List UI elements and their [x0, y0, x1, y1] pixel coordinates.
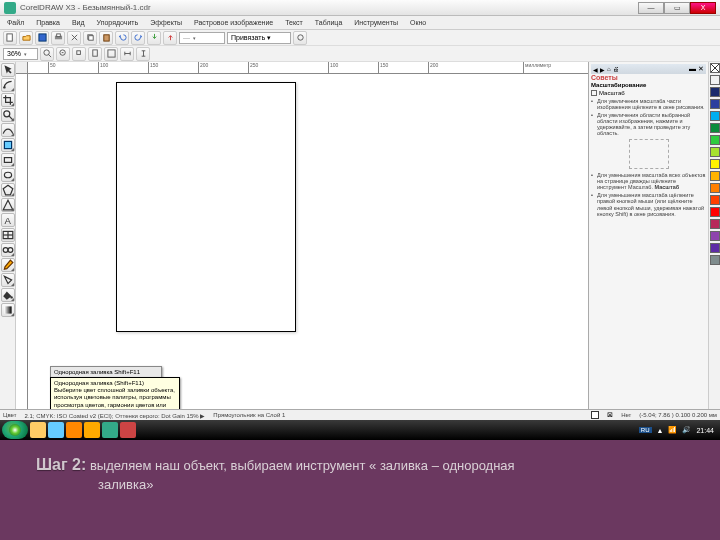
save-icon[interactable] — [35, 31, 49, 45]
checkbox-icon[interactable] — [591, 90, 597, 96]
color-swatch[interactable] — [710, 171, 720, 181]
paste-icon[interactable] — [99, 31, 113, 45]
menu-edit[interactable]: Правка — [31, 18, 65, 27]
color-swatch[interactable] — [710, 195, 720, 205]
zoom-selection-icon[interactable] — [72, 47, 86, 61]
task-app-icon[interactable] — [66, 422, 82, 438]
hints-close-icon[interactable]: ▬ ✕ — [689, 65, 704, 73]
zoom-combo[interactable]: —▾ — [179, 32, 225, 44]
print-icon[interactable] — [51, 31, 65, 45]
new-icon[interactable] — [3, 31, 17, 45]
ruler-tick: 50 — [48, 62, 56, 73]
options-icon[interactable] — [293, 31, 307, 45]
cut-icon[interactable] — [67, 31, 81, 45]
ruler-origin[interactable] — [16, 62, 28, 74]
minimize-button[interactable]: — — [638, 2, 664, 14]
pick-tool-icon[interactable] — [1, 63, 15, 77]
tray-clock[interactable]: 21:44 — [696, 427, 714, 434]
color-swatch[interactable] — [710, 87, 720, 97]
close-button[interactable]: X — [690, 2, 716, 14]
zoom-level-combo[interactable]: 36%▾ — [3, 48, 38, 60]
color-swatch[interactable] — [710, 231, 720, 241]
color-swatch[interactable] — [710, 207, 720, 217]
hints-checkbox-row[interactable]: Масштаб — [591, 89, 706, 97]
menu-table[interactable]: Таблица — [310, 18, 347, 27]
tray-sound-icon[interactable]: 🔊 — [682, 426, 691, 434]
start-button[interactable] — [2, 421, 28, 439]
menu-window[interactable]: Окно — [405, 18, 431, 27]
menu-tools[interactable]: Инструменты — [349, 18, 403, 27]
table-tool-icon[interactable] — [1, 228, 15, 242]
open-icon[interactable] — [19, 31, 33, 45]
color-swatch[interactable] — [710, 123, 720, 133]
basic-shapes-icon[interactable] — [1, 198, 15, 212]
smart-fill-icon[interactable] — [1, 138, 15, 152]
eyedropper-icon[interactable] — [1, 258, 15, 272]
vertical-ruler[interactable] — [16, 74, 28, 409]
zoom-tool-icon[interactable] — [1, 108, 15, 122]
menu-text[interactable]: Текст — [280, 18, 308, 27]
menu-view[interactable]: Вид — [67, 18, 90, 27]
print-hint-icon[interactable]: 🖨 — [613, 66, 619, 73]
zoom-all-icon[interactable] — [104, 47, 118, 61]
svg-rect-19 — [4, 158, 11, 163]
zoom-in-icon[interactable] — [40, 47, 54, 61]
svg-line-9 — [48, 54, 51, 57]
color-swatch[interactable] — [710, 255, 720, 265]
zoom-page-icon[interactable] — [88, 47, 102, 61]
redo-icon[interactable] — [131, 31, 145, 45]
text-tool-icon[interactable]: A — [1, 213, 15, 227]
freehand-tool-icon[interactable] — [1, 123, 15, 137]
task-corel-icon[interactable] — [102, 422, 118, 438]
hints-item: Для увеличения масштаба части изображени… — [591, 97, 706, 111]
task-app-icon[interactable] — [84, 422, 100, 438]
no-fill-icon: ⊠ — [607, 411, 613, 419]
menu-effects[interactable]: Эффекты — [145, 18, 187, 27]
snap-combo[interactable]: Привязать ▾ — [227, 32, 291, 44]
menu-arrange[interactable]: Упорядочить — [92, 18, 144, 27]
task-explorer-icon[interactable] — [30, 422, 46, 438]
color-swatch[interactable] — [710, 219, 720, 229]
shape-tool-icon[interactable] — [1, 78, 15, 92]
color-swatch[interactable] — [710, 243, 720, 253]
maximize-button[interactable]: ▭ — [664, 2, 690, 14]
fill-tool-icon[interactable] — [1, 288, 15, 302]
color-swatch[interactable] — [710, 183, 720, 193]
menu-bitmap[interactable]: Растровое изображение — [189, 18, 278, 27]
interactive-fill-icon[interactable] — [1, 303, 15, 317]
back-icon[interactable]: ◀ — [593, 66, 598, 73]
blend-tool-icon[interactable] — [1, 243, 15, 257]
color-swatch[interactable] — [710, 135, 720, 145]
zoom-out-icon[interactable] — [56, 47, 70, 61]
horizontal-ruler[interactable]: 50 100 150 200 250 100 150 200 миллиметр — [28, 62, 588, 74]
task-app-icon[interactable] — [120, 422, 136, 438]
export-icon[interactable] — [163, 31, 177, 45]
import-icon[interactable] — [147, 31, 161, 45]
zoom-height-icon[interactable] — [136, 47, 150, 61]
menubar: Файл Правка Вид Упорядочить Эффекты Раст… — [0, 16, 720, 30]
tray-network-icon[interactable]: 📶 — [668, 426, 677, 434]
color-swatch[interactable] — [710, 75, 720, 85]
ellipse-tool-icon[interactable] — [1, 168, 15, 182]
color-swatch[interactable] — [710, 147, 720, 157]
undo-icon[interactable] — [115, 31, 129, 45]
color-swatch[interactable] — [710, 111, 720, 121]
crop-tool-icon[interactable] — [1, 93, 15, 107]
copy-icon[interactable] — [83, 31, 97, 45]
tray-flag-icon[interactable]: ▲ — [657, 427, 664, 434]
home-icon[interactable]: ⌂ — [607, 66, 611, 73]
task-app-icon[interactable] — [48, 422, 64, 438]
outline-tool-icon[interactable] — [1, 273, 15, 287]
page-rectangle[interactable] — [116, 82, 296, 332]
rectangle-tool-icon[interactable] — [1, 153, 15, 167]
fill-indicator-icon[interactable] — [591, 411, 599, 419]
canvas-area[interactable]: 50 100 150 200 250 100 150 200 миллиметр… — [16, 62, 588, 409]
polygon-tool-icon[interactable] — [1, 183, 15, 197]
no-color-swatch[interactable] — [710, 63, 720, 73]
color-swatch[interactable] — [710, 99, 720, 109]
menu-file[interactable]: Файл — [2, 18, 29, 27]
zoom-width-icon[interactable] — [120, 47, 134, 61]
fwd-icon[interactable]: ▶ — [600, 66, 605, 73]
color-swatch[interactable] — [710, 159, 720, 169]
language-indicator[interactable]: RU — [639, 427, 652, 433]
